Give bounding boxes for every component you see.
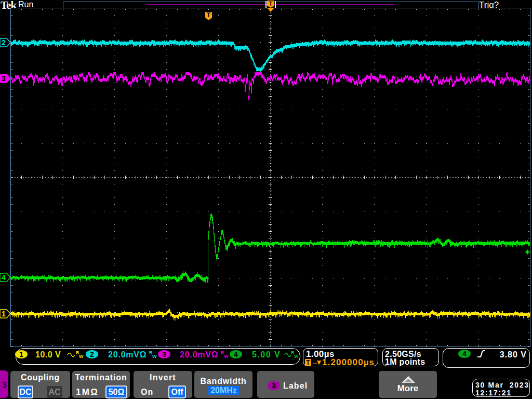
svg-text:W: W [224, 354, 229, 359]
svg-text:▼: ▼ [315, 358, 323, 366]
svg-text:4: 4 [234, 350, 238, 358]
svg-text:20.0mVΩ: 20.0mVΩ [108, 350, 147, 359]
svg-text:T: T [306, 359, 310, 366]
svg-text:W: W [152, 354, 157, 359]
svg-text:4: 4 [462, 350, 467, 358]
svg-text:1.200000µs: 1.200000µs [322, 357, 375, 367]
svg-text:10.0 V: 10.0 V [35, 350, 61, 359]
svg-text:W: W [79, 354, 84, 359]
svg-text:20.0mVΩ: 20.0mVΩ [180, 350, 218, 359]
svg-text:2: 2 [90, 350, 94, 358]
svg-text:1: 1 [19, 350, 23, 358]
svg-text:3.80 V: 3.80 V [500, 350, 527, 359]
svg-text:3: 3 [162, 350, 166, 358]
svg-text:1M points: 1M points [385, 357, 425, 366]
svg-text:5.00 V: 5.00 V [252, 350, 281, 359]
svg-text:W: W [294, 354, 299, 359]
